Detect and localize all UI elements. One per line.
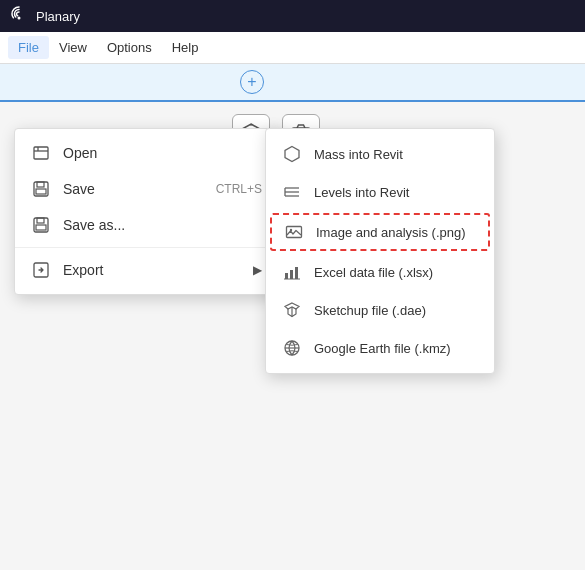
svg-rect-18 [285, 273, 288, 279]
app-title: Planary [36, 9, 80, 24]
export-levels-label: Levels into Revit [314, 185, 409, 200]
main-content: + [0, 64, 585, 570]
export-google-earth-label: Google Earth file (.kmz) [314, 341, 451, 356]
export-excel-label: Excel data file (.xlsx) [314, 265, 433, 280]
menu-options[interactable]: Options [97, 36, 162, 59]
menu-item-save-as[interactable]: Save as... [15, 207, 278, 243]
menubar: File View Options Help [0, 32, 585, 64]
menu-open-label: Open [63, 145, 97, 161]
export-google-earth[interactable]: Google Earth file (.kmz) [266, 329, 494, 367]
content-topbar: + [0, 64, 585, 102]
titlebar: Planary [0, 0, 585, 32]
svg-rect-10 [36, 225, 46, 230]
export-excel[interactable]: Excel data file (.xlsx) [266, 253, 494, 291]
menu-file[interactable]: File [8, 36, 49, 59]
menu-help[interactable]: Help [162, 36, 209, 59]
svg-rect-4 [34, 147, 48, 159]
menu-save-as-label: Save as... [63, 217, 125, 233]
save-as-icon [31, 215, 51, 235]
svg-rect-19 [290, 270, 293, 279]
svg-rect-9 [37, 218, 44, 223]
export-mass-label: Mass into Revit [314, 147, 403, 162]
menu-separator [15, 247, 278, 248]
save-icon [31, 179, 51, 199]
export-sketchup[interactable]: Sketchup file (.dae) [266, 291, 494, 329]
menu-view[interactable]: View [49, 36, 97, 59]
cube-icon [282, 144, 302, 164]
export-mass-revit[interactable]: Mass into Revit [266, 135, 494, 173]
export-submenu: Mass into Revit Levels into Revit [265, 128, 495, 374]
save-shortcut: CTRL+S [216, 182, 262, 196]
sketchup-icon [282, 300, 302, 320]
add-button[interactable]: + [240, 70, 264, 94]
svg-point-17 [290, 229, 292, 231]
menu-item-open[interactable]: Open [15, 135, 278, 171]
image-icon [284, 222, 304, 242]
export-arrow-icon: ▶ [253, 263, 262, 277]
bar-chart-icon [282, 262, 302, 282]
export-image-analysis[interactable]: Image and analysis (.png) [270, 213, 490, 251]
file-dropdown-menu: Open Save CTRL+S Sav [14, 128, 279, 295]
menu-item-export[interactable]: Export ▶ [15, 252, 278, 288]
export-levels-revit[interactable]: Levels into Revit [266, 173, 494, 211]
levels-icon [282, 182, 302, 202]
menu-item-save[interactable]: Save CTRL+S [15, 171, 278, 207]
svg-rect-6 [37, 182, 44, 187]
svg-rect-20 [295, 267, 298, 279]
planary-logo-icon [10, 5, 28, 27]
svg-rect-7 [36, 189, 46, 194]
globe-icon [282, 338, 302, 358]
menu-save-label: Save [63, 181, 95, 197]
file-open-icon [31, 143, 51, 163]
svg-point-0 [18, 17, 21, 20]
menu-export-label: Export [63, 262, 103, 278]
export-image-label: Image and analysis (.png) [316, 225, 466, 240]
export-icon [31, 260, 51, 280]
export-sketchup-label: Sketchup file (.dae) [314, 303, 426, 318]
